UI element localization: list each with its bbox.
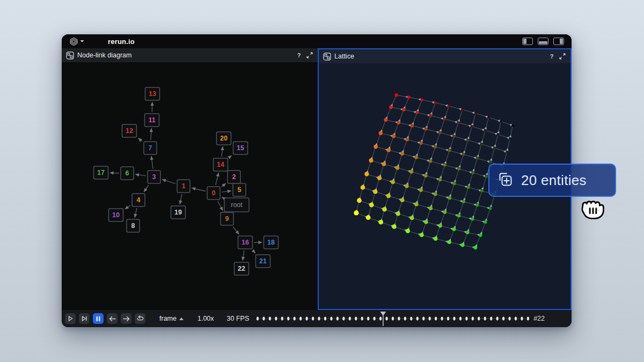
- lattice-node-1-7: [484, 129, 487, 132]
- panel-title: Lattice: [334, 53, 354, 60]
- lattice-node-6-7: [462, 200, 465, 203]
- lattice-node-4-8: [485, 175, 488, 178]
- timeline-scrubber[interactable]: [254, 310, 531, 327]
- lattice-node-0-1: [407, 95, 411, 99]
- node-link-canvas[interactable]: 131112717632015142105root410819916182122: [62, 62, 318, 310]
- lattice-node-9-3: [392, 225, 396, 229]
- lattice-node-7-4: [414, 202, 418, 206]
- lattice-node-4-5: [443, 164, 447, 167]
- lattice-node-3-3: [419, 142, 422, 145]
- toggle-right-panel-button[interactable]: [553, 38, 564, 45]
- toggle-left-panel-button[interactable]: [522, 38, 533, 45]
- lattice-node-2-3: [425, 128, 428, 131]
- lattice-node-8-2: [382, 207, 386, 211]
- lattice-node-7-2: [386, 194, 391, 198]
- lattice-node-5-8: [480, 189, 483, 192]
- lattice-node-4-6: [457, 167, 460, 171]
- lattice-node-3-4: [434, 145, 437, 149]
- graph-node-0: 0: [212, 189, 216, 197]
- lattice-node-6-4: [419, 188, 423, 192]
- node-link-diagram-panel[interactable]: Node-link diagram ? 13111271763201514210…: [62, 48, 318, 310]
- playback-speed[interactable]: 1.00x: [197, 315, 214, 322]
- timeline-selector[interactable]: frame: [159, 315, 184, 322]
- lattice-node-0-9: [511, 124, 514, 127]
- prev-frame-button[interactable]: [107, 313, 118, 324]
- lattice-node-0-5: [461, 108, 464, 111]
- lattice-node-9-5: [420, 233, 424, 237]
- help-button[interactable]: ?: [548, 53, 555, 60]
- lattice-node-8-5: [424, 220, 428, 224]
- panel-title: Node-link diagram: [77, 51, 131, 59]
- lattice-node-7-9: [484, 220, 487, 224]
- fps-indicator[interactable]: 30 FPS: [227, 315, 250, 322]
- lattice-node-7-6: [443, 210, 447, 214]
- lattice-node-3-2: [405, 138, 409, 142]
- graph-node-4: 4: [137, 196, 141, 204]
- lattice-node-7-8: [471, 218, 474, 221]
- lattice-node-0-0: [394, 93, 398, 97]
- app-title: rerun.io: [108, 38, 135, 46]
- lattice-node-5-3: [409, 170, 413, 174]
- lattice-node-9-6: [434, 237, 437, 241]
- graph-node-21: 21: [259, 257, 267, 265]
- lattice-node-8-1: [369, 203, 374, 208]
- chevron-down-icon: [80, 40, 84, 43]
- graph-node-7: 7: [149, 144, 152, 152]
- lattice-node-1-3: [429, 114, 433, 117]
- lattice-panel-header[interactable]: Lattice ?: [319, 49, 570, 63]
- lattice-node-2-0: [384, 118, 387, 122]
- lattice-node-7-3: [400, 198, 405, 202]
- lattice-node-4-7: [471, 171, 474, 174]
- lattice-node-5-7: [467, 186, 470, 189]
- graph-node-22: 22: [238, 265, 245, 272]
- play-button[interactable]: [65, 313, 76, 324]
- lattice-node-4-3: [414, 156, 418, 159]
- help-button[interactable]: ?: [295, 52, 303, 58]
- lattice-node-8-8: [466, 231, 469, 234]
- lattice-node-3-5: [448, 149, 451, 152]
- toggle-bottom-panel-button[interactable]: [538, 38, 548, 45]
- lattice-node-9-0: [354, 210, 358, 215]
- window-titlebar: rerun.io: [62, 34, 572, 48]
- lattice-node-5-0: [369, 158, 373, 162]
- pause-button[interactable]: [93, 313, 104, 324]
- expand-panel-icon[interactable]: [559, 53, 566, 60]
- lattice-node-7-1: [373, 189, 377, 194]
- node-link-panel-header[interactable]: Node-link diagram ?: [62, 48, 318, 62]
- lattice-node-0-3: [434, 101, 437, 104]
- graph-view-icon: [323, 53, 331, 61]
- lattice-node-0-7: [487, 116, 489, 119]
- lattice-node-4-2: [400, 152, 404, 156]
- graph-node-18: 18: [267, 239, 275, 246]
- graph-node-8: 8: [131, 222, 135, 230]
- graph-node-13: 13: [149, 90, 156, 98]
- lattice-node-9-1: [366, 215, 371, 220]
- graph-node-12: 12: [126, 127, 133, 135]
- lattice-node-1-0: [389, 105, 393, 109]
- graph-node-15: 15: [237, 144, 244, 152]
- lattice-node-7-0: [361, 185, 365, 190]
- lattice-node-8-4: [410, 216, 414, 220]
- time-panel: frame 1.00x 30 FPS #22: [62, 310, 572, 327]
- lattice-node-2-7: [480, 143, 483, 145]
- lattice-node-0-8: [500, 120, 502, 122]
- lattice-node-7-7: [457, 214, 460, 217]
- lattice-node-9-9: [474, 246, 477, 249]
- graph-node-2: 2: [232, 173, 236, 181]
- lattice-node-9-7: [448, 240, 451, 244]
- lattice-node-1-9: [509, 137, 511, 139]
- lattice-node-3-7: [476, 157, 479, 160]
- rerun-menu-button[interactable]: [69, 37, 84, 46]
- loop-button[interactable]: [135, 313, 145, 324]
- step-forward-button[interactable]: [79, 313, 90, 324]
- lattice-node-8-0: [357, 198, 362, 203]
- lattice-node-1-2: [415, 111, 419, 114]
- current-frame-label: #22: [533, 315, 545, 322]
- lattice-node-6-6: [448, 196, 451, 200]
- next-frame-button[interactable]: [121, 313, 131, 324]
- lattice-node-2-9: [506, 151, 508, 153]
- lattice-node-6-8: [475, 204, 479, 207]
- lattice-node-3-8: [489, 161, 492, 164]
- expand-panel-icon[interactable]: [306, 51, 313, 59]
- lattice-node-6-9: [489, 207, 492, 210]
